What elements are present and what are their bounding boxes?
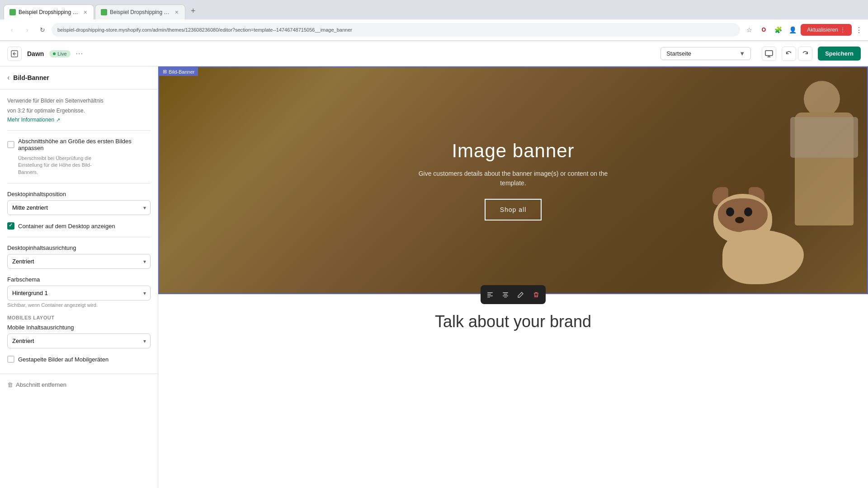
section-height-helper: Überschreibt bei Überprüfung die Einstel… (18, 155, 151, 176)
browser-more-button[interactable]: ⋮ (855, 26, 863, 34)
svg-rect-8 (503, 296, 508, 296)
svg-rect-3 (487, 294, 491, 295)
svg-rect-1 (765, 51, 773, 56)
mobile-stacked-row: Gestapelte Bilder auf Mobilgeräten (7, 356, 151, 363)
svg-rect-7 (504, 294, 507, 295)
desktop-align-label: Desktopinhaltsausrichtung (7, 244, 151, 251)
svg-rect-9 (504, 297, 507, 298)
toolbar-align-center-button[interactable] (498, 287, 513, 302)
toolbar-edit-button[interactable] (513, 287, 528, 302)
banner-title: Image banner (409, 140, 617, 162)
device-view-button[interactable] (762, 47, 776, 61)
mobile-section-title: MOBILES LAYOUT (7, 315, 151, 320)
section-height-label: Abschnittshöhe an Größe des ersten Bilde… (18, 138, 151, 151)
desktop-container-row: Container auf dem Desktop anzeigen (7, 222, 151, 230)
address-text: beispiel-dropshipping-store.myshopify.co… (57, 27, 352, 33)
redo-button[interactable] (798, 47, 812, 61)
page-selector[interactable]: Startseite ▼ (660, 47, 751, 60)
pug-illustration (704, 176, 831, 293)
mobile-align-select[interactable]: Zentriert (7, 333, 151, 348)
svg-rect-4 (487, 296, 493, 296)
app-container: Dawn Live ··· Startseite ▼ Speichern (0, 41, 868, 488)
svg-rect-2 (487, 292, 493, 293)
image-banner: Image banner Give customers details abou… (159, 67, 867, 293)
back-button[interactable]: ‹ (5, 23, 18, 36)
pug-eye-right (744, 207, 752, 216)
desktop-container-label: Container auf dem Desktop anzeigen (18, 223, 115, 230)
tab-close-2[interactable]: × (174, 9, 179, 16)
extensions-button[interactable]: 🧩 (772, 23, 784, 36)
live-badge: Live (49, 50, 70, 57)
pug-body (722, 230, 804, 284)
mobile-align-select-wrapper: Zentriert ▾ (7, 333, 151, 348)
preview-content: ⊞ Bild-Banner (158, 66, 868, 488)
live-dot (53, 52, 56, 55)
banner-label-icon: ⊞ (163, 69, 167, 75)
undo-button[interactable] (782, 47, 796, 61)
tab-close-1[interactable]: × (83, 9, 88, 16)
undo-redo (782, 47, 812, 61)
mobile-align-group: Mobile Inhaltsausrichtung Zentriert ▾ (7, 324, 151, 348)
panel-title: Bild-Banner (13, 74, 49, 81)
nav-actions: ☆ O 🧩 👤 Aktualisieren ⋮ ⋮ (743, 23, 863, 36)
external-link-icon: ↗ (56, 117, 60, 123)
forward-button[interactable]: › (21, 23, 33, 36)
address-bar[interactable]: beispiel-dropshipping-store.myshopify.co… (52, 23, 740, 37)
section-height-checkbox[interactable] (7, 141, 14, 148)
toolbar-delete-button[interactable] (528, 287, 544, 302)
aktualisieren-button[interactable]: Aktualisieren ⋮ (801, 24, 852, 36)
bookmark-button[interactable]: ☆ (743, 23, 755, 36)
brand-title: Talk about your brand (167, 312, 859, 331)
panel-back-button[interactable]: ‹ (7, 74, 9, 82)
save-button[interactable]: Speichern (818, 47, 861, 61)
left-panel: ‹ Bild-Banner Verwende für Bilder ein Se… (0, 66, 158, 488)
main-area: ‹ Bild-Banner Verwende für Bilder ein Se… (0, 66, 868, 488)
shop-all-button[interactable]: Shop all (485, 199, 542, 221)
browser-nav: ‹ › ↻ beispiel-dropshipping-store.myshop… (0, 19, 868, 41)
color-scheme-label: Farbschema (7, 276, 151, 283)
desktop-align-select-wrapper: Zentriert ▾ (7, 254, 151, 269)
tab-favicon-1 (9, 9, 16, 15)
reload-button[interactable]: ↻ (36, 23, 49, 36)
svg-rect-6 (503, 292, 508, 293)
color-scheme-select-wrapper: Hintergrund 1 ▾ (7, 286, 151, 300)
trash-icon: 🗑 (7, 381, 13, 388)
profile-button[interactable]: 👤 (786, 23, 799, 36)
desktop-content-pos-group: Desktopinhaltsposition Mitte zentriert ▾ (7, 191, 151, 215)
new-tab-button[interactable]: + (186, 4, 200, 19)
desktop-align-group: Desktopinhaltsausrichtung Zentriert ▾ (7, 244, 151, 269)
header-more-button[interactable]: ··· (76, 50, 83, 58)
section-height-row: Abschnittshöhe an Größe des ersten Bilde… (7, 138, 151, 151)
desktop-content-pos-select[interactable]: Mitte zentriert (7, 200, 151, 215)
opera-button[interactable]: O (757, 23, 770, 36)
desktop-align-select[interactable]: Zentriert (7, 254, 151, 269)
info-text-2: von 3:2 für optimale Ergebnisse. (7, 107, 151, 115)
banner-label: ⊞ Bild-Banner (159, 67, 198, 76)
preview-area: ⊞ Bild-Banner (158, 66, 868, 488)
banner-subtitle: Give customers details about the banner … (409, 169, 617, 188)
floating-toolbar (481, 285, 546, 304)
color-scheme-select[interactable]: Hintergrund 1 (7, 286, 151, 300)
desktop-content-pos-select-wrapper: Mitte zentriert ▾ (7, 200, 151, 215)
page-selector-value: Startseite (666, 50, 691, 57)
live-label: Live (57, 51, 66, 56)
browser-tab-1[interactable]: Beispiel Dropshipping Store ·... × (4, 5, 94, 19)
tab-favicon-2 (101, 9, 107, 15)
panel-header: ‹ Bild-Banner (0, 66, 158, 89)
panel-content: Verwende für Bilder ein Seitenverhältnis… (0, 89, 158, 374)
pug-eye-left (726, 207, 734, 216)
mobile-align-label: Mobile Inhaltsausrichtung (7, 324, 151, 331)
divider-3 (7, 237, 151, 237)
browser-chrome: Beispiel Dropshipping Store ·... × Beisp… (0, 0, 868, 41)
toolbar-align-left-button[interactable] (482, 287, 498, 302)
delete-section-button[interactable]: 🗑 Abschnitt entfernen (7, 381, 66, 388)
color-scheme-group: Farbschema Hintergrund 1 ▾ Sichtbar, wen… (7, 276, 151, 308)
desktop-container-checkbox[interactable] (7, 222, 14, 230)
header-back-icon[interactable] (7, 47, 22, 61)
browser-tab-2[interactable]: Beispiel Dropshipping Store × (95, 5, 185, 19)
info-text-1: Verwende für Bilder ein Seitenverhältnis (7, 97, 151, 105)
banner-content: Image banner Give customers details abou… (400, 131, 626, 230)
info-link[interactable]: Mehr Informationen ↗ (7, 117, 151, 123)
image-banner-wrapper: ⊞ Bild-Banner (158, 66, 868, 294)
mobile-stacked-checkbox[interactable] (7, 356, 14, 363)
